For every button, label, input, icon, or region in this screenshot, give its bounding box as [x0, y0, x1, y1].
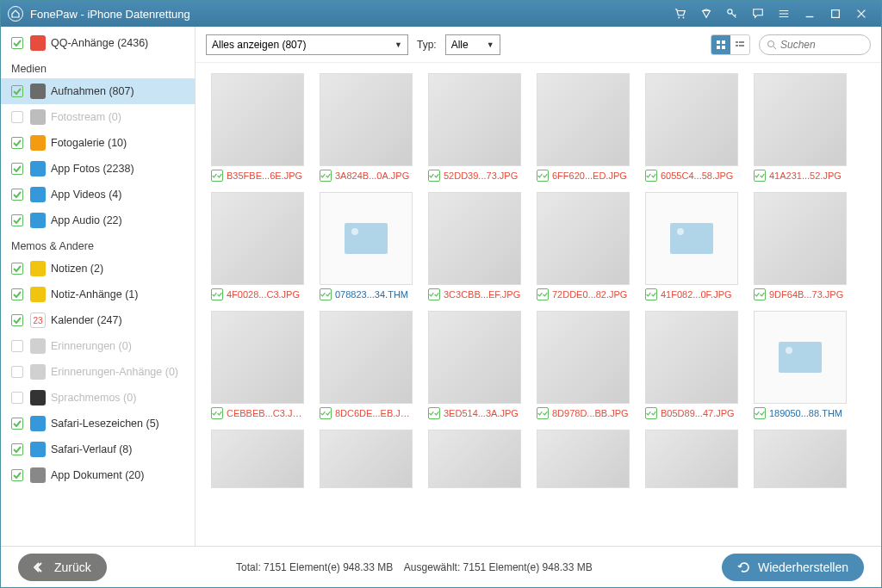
- checkbox[interactable]: [11, 392, 23, 404]
- diamond-icon[interactable]: [697, 4, 716, 23]
- checkbox[interactable]: [428, 407, 440, 419]
- checkbox[interactable]: [11, 314, 23, 326]
- close-icon[interactable]: [852, 4, 871, 23]
- cart-icon[interactable]: [671, 4, 690, 23]
- svg-rect-11: [739, 45, 744, 46]
- thumbnail-item[interactable]: [428, 430, 521, 488]
- search-input[interactable]: [780, 39, 858, 51]
- filter-dropdown[interactable]: Alles anzeigen (807) ▼: [206, 34, 408, 55]
- menu-icon[interactable]: [774, 4, 793, 23]
- checkbox[interactable]: [211, 407, 223, 419]
- checkbox[interactable]: [645, 170, 657, 182]
- sidebar-item[interactable]: App Dokument (20): [1, 462, 195, 488]
- checkbox[interactable]: [11, 37, 23, 49]
- thumbnail-item[interactable]: 189050...88.THM: [754, 311, 847, 419]
- checkbox[interactable]: [320, 288, 332, 300]
- thumbnail-item[interactable]: 3C3CBB...EF.JPG: [428, 192, 521, 300]
- sidebar-item[interactable]: Sprachmemos (0): [1, 385, 195, 411]
- sidebar-item[interactable]: App Audio (22): [1, 207, 195, 233]
- sidebar-item[interactable]: App Videos (4): [1, 182, 195, 207]
- search-box[interactable]: [759, 34, 871, 55]
- sidebar-item[interactable]: QQ-Anhänge (2436): [1, 30, 195, 56]
- checkbox[interactable]: [645, 288, 657, 300]
- sidebar-item[interactable]: Aufnahmen (807): [1, 78, 195, 104]
- sidebar-item-label: App Videos (4): [51, 189, 121, 201]
- checkbox[interactable]: [11, 366, 23, 378]
- thumbnail-item[interactable]: 41F082...0F.JPG: [645, 192, 738, 300]
- checkbox[interactable]: [645, 407, 657, 419]
- thumbnail-item[interactable]: 8D978D...BB.JPG: [537, 311, 630, 419]
- checkbox[interactable]: [754, 288, 766, 300]
- grid-view-button[interactable]: [711, 35, 730, 54]
- checkbox[interactable]: [537, 170, 549, 182]
- image-placeholder-icon: [670, 223, 713, 254]
- checkbox[interactable]: [320, 170, 332, 182]
- thumbnail-item[interactable]: B35FBE...6E.JPG: [211, 73, 304, 182]
- checkbox[interactable]: [11, 263, 23, 275]
- list-view-button[interactable]: [730, 35, 749, 54]
- total-info: Total: 7151 Element(e) 948.33 MB: [236, 561, 393, 573]
- back-button[interactable]: Zurück: [18, 554, 107, 581]
- thumbnail-item[interactable]: 4F0028...C3.JPG: [211, 192, 304, 300]
- thumbnail-item[interactable]: [754, 430, 847, 488]
- checkbox[interactable]: [11, 137, 23, 149]
- thumbnail-image: [212, 74, 303, 165]
- sidebar-item[interactable]: Fotostream (0): [1, 104, 195, 130]
- chevron-down-icon: ▼: [394, 40, 402, 49]
- checkbox[interactable]: [211, 288, 223, 300]
- sidebar-item[interactable]: App Fotos (2238): [1, 156, 195, 182]
- checkbox[interactable]: [11, 418, 23, 430]
- checkbox[interactable]: [11, 214, 23, 226]
- thumbnail-item[interactable]: 078823...34.THM: [320, 192, 413, 300]
- checkbox[interactable]: [428, 288, 440, 300]
- minimize-icon[interactable]: [800, 4, 819, 23]
- thumbnail-item[interactable]: 6055C4...58.JPG: [645, 73, 738, 182]
- checkbox[interactable]: [320, 407, 332, 419]
- checkbox[interactable]: [428, 170, 440, 182]
- sidebar-item[interactable]: Notiz-Anhänge (1): [1, 282, 195, 307]
- checkbox[interactable]: [11, 189, 23, 201]
- thumbnail-item[interactable]: [320, 430, 413, 488]
- checkbox[interactable]: [11, 85, 23, 97]
- sidebar-item[interactable]: Erinnerungen-Anhänge (0): [1, 359, 195, 385]
- sidebar-item-label: Safari-Lesezeichen (5): [51, 418, 159, 430]
- file-name: 8D978D...BB.JPG: [552, 408, 629, 418]
- sidebar-item[interactable]: Notizen (2): [1, 256, 195, 282]
- sidebar-item[interactable]: Fotogalerie (10): [1, 130, 195, 156]
- thumbnail-item[interactable]: 9DF64B...73.JPG: [754, 192, 847, 300]
- thumbnail-item[interactable]: [211, 430, 304, 488]
- feedback-icon[interactable]: [748, 4, 767, 23]
- checkbox[interactable]: [537, 288, 549, 300]
- checkbox[interactable]: [11, 111, 23, 123]
- checkbox[interactable]: [754, 170, 766, 182]
- sidebar-item[interactable]: Safari-Verlauf (8): [1, 436, 195, 462]
- thumbnail-item[interactable]: B05D89...47.JPG: [645, 311, 738, 419]
- thumbnail-item[interactable]: 52DD39...73.JPG: [428, 73, 521, 182]
- thumbnail-item[interactable]: [645, 430, 738, 488]
- checkbox[interactable]: [211, 170, 223, 182]
- thumbnail-item[interactable]: 8DC6DE...EB.JPG: [320, 311, 413, 419]
- checkbox[interactable]: [11, 443, 23, 455]
- sidebar-item[interactable]: Erinnerungen (0): [1, 333, 195, 359]
- thumbnail-item[interactable]: 72DDE0...82.JPG: [537, 192, 630, 300]
- checkbox[interactable]: [11, 163, 23, 175]
- home-icon[interactable]: [8, 6, 23, 22]
- checkbox[interactable]: [11, 340, 23, 352]
- recover-button[interactable]: Wiederherstellen: [722, 554, 864, 581]
- thumbnail-item[interactable]: [537, 430, 630, 488]
- thumbnail-item[interactable]: 3A824B...0A.JPG: [320, 73, 413, 182]
- sidebar-item[interactable]: 23 Kalender (247): [1, 307, 195, 333]
- key-icon[interactable]: [723, 4, 742, 23]
- thumbnail-item[interactable]: CEBBEB...C3.JPG: [211, 311, 304, 419]
- thumbnail-item[interactable]: 3ED514...3A.JPG: [428, 311, 521, 419]
- maximize-icon[interactable]: [826, 4, 845, 23]
- checkbox[interactable]: [11, 469, 23, 481]
- thumbnail-item[interactable]: 6FF620...ED.JPG: [537, 73, 630, 182]
- category-icon: [30, 109, 46, 125]
- type-dropdown[interactable]: Alle ▼: [445, 34, 500, 55]
- checkbox[interactable]: [754, 407, 766, 419]
- sidebar-item[interactable]: Safari-Lesezeichen (5): [1, 411, 195, 436]
- thumbnail-item[interactable]: 41A231...52.JPG: [754, 73, 847, 182]
- checkbox[interactable]: [11, 288, 23, 300]
- checkbox[interactable]: [537, 407, 549, 419]
